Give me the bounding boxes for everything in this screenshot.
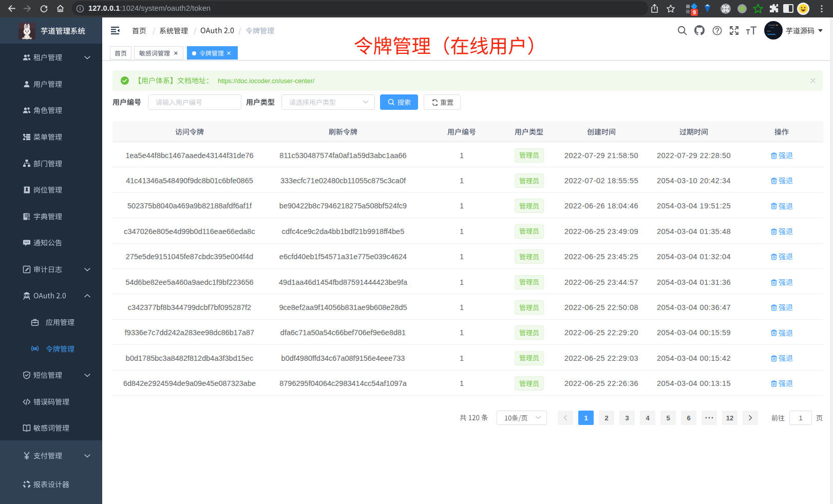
svg-text:a: a (34, 346, 36, 351)
svg-text:9: 9 (693, 9, 696, 15)
